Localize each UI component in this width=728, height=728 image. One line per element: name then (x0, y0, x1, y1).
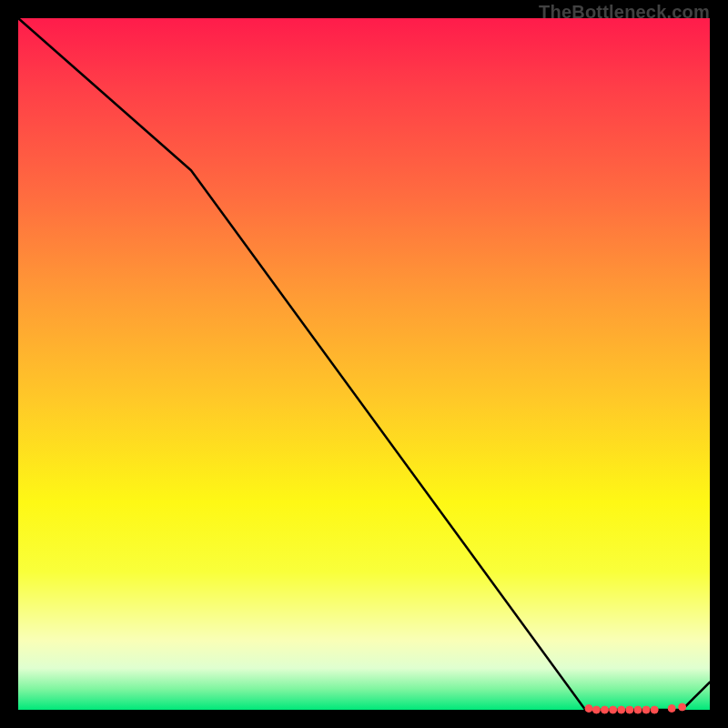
curve-markers (585, 703, 686, 713)
curve-marker (668, 704, 675, 712)
chart-svg (18, 18, 710, 710)
curve-marker (592, 706, 600, 713)
curve-marker (585, 704, 592, 712)
chart-plot-area (18, 18, 710, 710)
curve-marker (610, 706, 617, 713)
curve-marker (601, 706, 608, 713)
chart-frame: TheBottleneck.com (0, 0, 728, 728)
curve-marker (626, 706, 633, 713)
curve-marker (679, 703, 686, 711)
curve-marker (634, 706, 642, 713)
curve-line (18, 18, 710, 710)
curve-marker (651, 706, 658, 713)
curve-marker (642, 706, 650, 713)
curve-marker (618, 706, 625, 713)
